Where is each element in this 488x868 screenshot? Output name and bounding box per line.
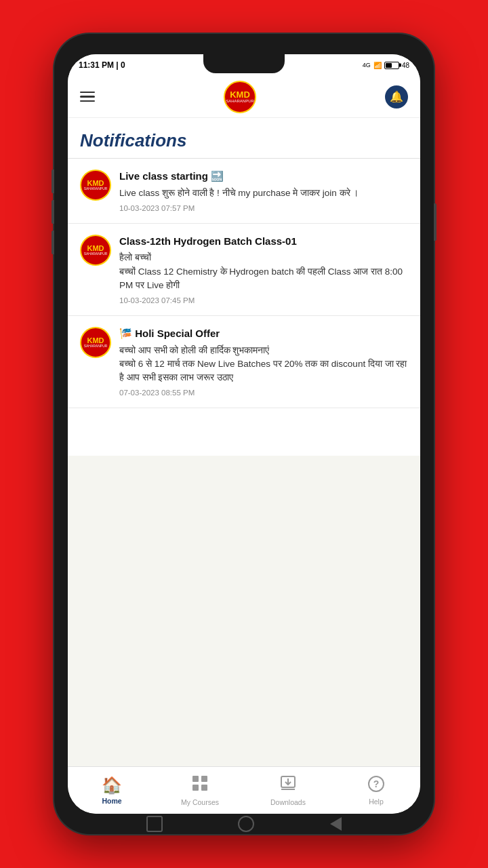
notif-desc-1: Live class शुरू होने वाली है ! नीचे my p… <box>119 186 408 200</box>
nav-help[interactable]: ? Help <box>352 775 400 806</box>
app-header: KMD SAHARANPUR 🔔 <box>68 76 420 118</box>
notch <box>203 54 285 73</box>
notif-desc-3: बच्चो आप सभी को होली की हार्दिक शुभकामना… <box>119 344 408 385</box>
power-button <box>434 203 436 241</box>
home-icon: 🏠 <box>102 776 122 795</box>
network-icon: 4G <box>363 62 371 68</box>
svg-text:?: ? <box>373 778 380 789</box>
back-button[interactable] <box>330 817 342 831</box>
square-button[interactable] <box>146 816 163 832</box>
nav-help-label: Help <box>369 797 384 806</box>
svg-rect-2 <box>192 785 199 791</box>
hamburger-menu[interactable] <box>80 92 95 102</box>
nav-home-label: Home <box>102 797 121 805</box>
notification-item[interactable]: KMD SAHARANPUR Live class starting 🔜 Liv… <box>68 159 420 224</box>
page-title: Notifications <box>68 118 420 158</box>
signal-icon: 📶 <box>373 62 382 69</box>
notif-time-1: 10-03-2023 07:57 PM <box>119 204 408 212</box>
downloads-icon <box>279 774 297 796</box>
svg-rect-1 <box>201 776 207 782</box>
notif-time-2: 10-03-2023 07:45 PM <box>119 296 408 304</box>
notification-item[interactable]: KMD SAHARANPUR Class-12th Hydrogen Batch… <box>68 224 420 316</box>
help-icon: ? <box>367 775 385 795</box>
bottom-nav: 🏠 Home My Courses <box>68 766 420 814</box>
my-courses-icon <box>191 774 209 796</box>
notif-body-3: 🎏 Holi Special Offer बच्चो आप सभी को होल… <box>119 327 408 397</box>
nav-downloads-label: Downloads <box>270 798 306 806</box>
notif-avatar-3: KMD SAHARANPUR <box>80 327 111 358</box>
notif-body-1: Live class starting 🔜 Live class शुरू हो… <box>119 170 408 212</box>
svg-rect-0 <box>192 776 199 782</box>
battery-percent: 48 <box>402 62 409 69</box>
notification-item[interactable]: KMD SAHARANPUR 🎏 Holi Special Offer बच्च… <box>68 316 420 408</box>
logo-kmd: KMD <box>226 90 254 99</box>
nav-my-courses-label: My Courses <box>181 798 219 806</box>
main-content: Notifications KMD SAHARANPUR Live class … <box>68 118 420 456</box>
notif-time-3: 07-03-2023 08:55 PM <box>119 389 408 397</box>
notif-body-2: Class-12th Hydrogen Batch Class-01 हैलो … <box>119 235 408 304</box>
nav-home[interactable]: 🏠 Home <box>88 776 136 805</box>
svg-rect-3 <box>201 785 207 791</box>
nav-my-courses[interactable]: My Courses <box>176 774 224 806</box>
notif-desc-2: हैलो बच्चोंबच्चों Class 12 Chemistry के … <box>119 251 408 292</box>
phone-frame: 11:31 PM | 0 4G 📶 48 KMD SAHARANPUR <box>54 34 434 834</box>
logo-subtext: SAHARANPUR <box>226 99 254 103</box>
phone-screen: 11:31 PM | 0 4G 📶 48 KMD SAHARANPUR <box>68 54 420 814</box>
notif-title-3: 🎏 Holi Special Offer <box>119 327 408 340</box>
notif-avatar-2: KMD SAHARANPUR <box>80 235 111 266</box>
circle-button[interactable] <box>238 816 254 832</box>
notification-bell-icon[interactable]: 🔔 <box>385 85 408 108</box>
volume-buttons <box>52 170 54 254</box>
notif-avatar-1: KMD SAHARANPUR <box>80 170 111 201</box>
status-time: 11:31 PM | 0 <box>79 60 125 70</box>
battery-icon <box>384 62 399 69</box>
nav-downloads[interactable]: Downloads <box>264 774 312 806</box>
app-logo[interactable]: KMD SAHARANPUR <box>224 81 256 113</box>
phone-bottom-buttons <box>54 814 434 834</box>
status-icons: 4G 📶 48 <box>363 62 409 69</box>
notif-title-1: Live class starting 🔜 <box>119 170 408 183</box>
notif-title-2: Class-12th Hydrogen Batch Class-01 <box>119 235 408 248</box>
